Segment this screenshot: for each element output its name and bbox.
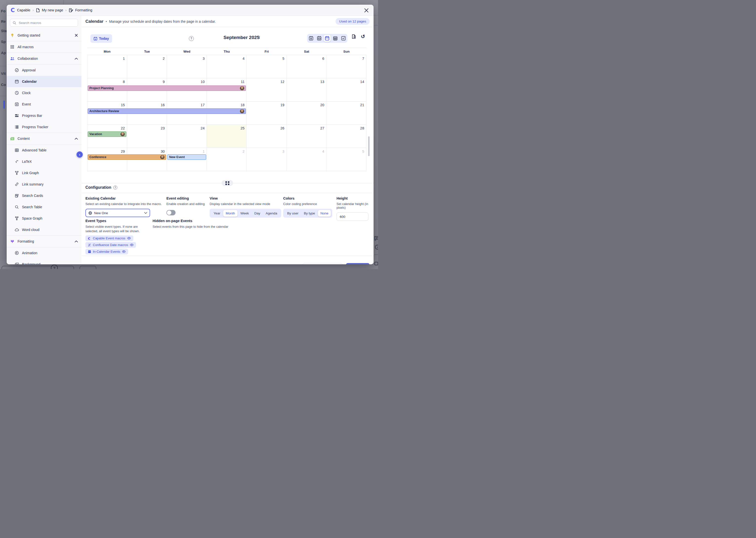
day-cell[interactable]: 7: [327, 55, 366, 78]
segment-option-by-user[interactable]: By user: [285, 210, 301, 217]
capable-logo-icon: C: [11, 7, 15, 13]
sidebar-item-advanced-table[interactable]: Advanced Table: [7, 144, 81, 156]
height-input[interactable]: [336, 212, 368, 221]
segment-option-month[interactable]: Month: [223, 210, 237, 217]
day-cell[interactable]: 20: [287, 101, 327, 125]
view-grid-icon[interactable]: [332, 35, 339, 42]
sidebar-item-label: Progress Tracker: [22, 125, 78, 129]
sidebar-item-link-summary[interactable]: Link summary: [7, 179, 81, 190]
day-cell[interactable]: 3: [167, 55, 207, 78]
event-editing-toggle[interactable]: [167, 210, 176, 215]
sidebar-item-label: Space Graph: [22, 216, 78, 220]
segment-option-day[interactable]: Day: [252, 210, 263, 217]
date-number: 12: [280, 80, 284, 84]
breadcrumb-section[interactable]: Formatting: [75, 8, 92, 12]
day-cell[interactable]: 24: [167, 125, 207, 148]
sidebar-item-all-macros[interactable]: All macros: [7, 41, 81, 53]
sidebar-item-getting-started[interactable]: Getting started: [7, 29, 81, 41]
segment-option-none[interactable]: None: [318, 210, 331, 217]
configuration-help-icon[interactable]: ?: [113, 186, 117, 189]
sidebar-collapse-button[interactable]: ‹: [76, 151, 83, 158]
day-cell[interactable]: 2: [127, 55, 167, 78]
chevron-right-icon: ›: [66, 8, 67, 12]
sidebar-item-calendar[interactable]: Calendar: [7, 76, 81, 87]
day-cell[interactable]: 4: [207, 55, 247, 78]
event-type-pill-mini-calendar[interactable]: In-Calendar Events: [85, 249, 128, 254]
view-month-icon[interactable]: [324, 35, 330, 42]
day-cell[interactable]: 26: [247, 125, 287, 148]
view-multi-icon[interactable]: [316, 35, 323, 42]
chevron-up-icon[interactable]: [75, 137, 78, 140]
calendar-scrollbar[interactable]: [368, 136, 370, 156]
day-cell[interactable]: 6: [287, 55, 327, 78]
existing-calendar-select[interactable]: New One: [85, 209, 150, 217]
day-cell-today[interactable]: 25: [207, 125, 247, 148]
close-icon[interactable]: [75, 33, 78, 37]
sidebar-item-event[interactable]: Event: [7, 99, 81, 110]
event-type-pill-confluence[interactable]: Confluence Date macros: [85, 242, 136, 248]
date-number: 5: [362, 149, 364, 153]
calendar-event[interactable]: Architecture Review: [88, 108, 246, 114]
eye-icon[interactable]: [130, 243, 133, 246]
sidebar-item-content[interactable]: Content: [7, 133, 81, 144]
macro-search[interactable]: [10, 19, 78, 27]
sidebar-item-latex[interactable]: √LaTeX: [7, 156, 81, 167]
sidebar-item-approval[interactable]: Approval: [7, 65, 81, 76]
segment-option-year[interactable]: Year: [211, 210, 223, 217]
sidebar-item-search-cards[interactable]: Search Cards: [7, 190, 81, 201]
sidebar-item-space-graph[interactable]: Space Graph: [7, 213, 81, 224]
day-cell[interactable]: 14: [327, 78, 366, 101]
calendar-event[interactable]: Conference: [88, 154, 166, 160]
day-cell[interactable]: 2: [207, 148, 247, 171]
breadcrumb-page[interactable]: My new page: [42, 8, 63, 12]
calendar-toolbar: Today ? ‹ September 2025 › ↺: [81, 27, 374, 42]
sidebar-item-search-table[interactable]: Search Table: [7, 201, 81, 213]
sidebar-item-word-cloud[interactable]: Word cloud: [7, 224, 81, 236]
insert-button[interactable]: Insert →: [346, 263, 370, 264]
day-cell[interactable]: 3: [247, 148, 287, 171]
day-cell[interactable]: 12: [247, 78, 287, 101]
sidebar-item-formatting[interactable]: Formatting: [7, 236, 81, 247]
sidebar-item-animation[interactable]: Animation: [7, 247, 81, 259]
calendar-event[interactable]: Project Planning: [88, 85, 246, 91]
sidebar-item-link-graph[interactable]: Link Graph: [7, 167, 81, 179]
sidebar-item-collaboration[interactable]: Collaboration: [7, 53, 81, 64]
placement-select[interactable]: Bottom of the page ⇕: [302, 263, 343, 264]
today-button[interactable]: Today: [90, 34, 112, 43]
day-cell[interactable]: 21: [327, 101, 366, 125]
search-input[interactable]: [18, 21, 75, 25]
day-cell[interactable]: 28: [327, 125, 366, 148]
day-cell[interactable]: 13: [287, 78, 327, 101]
day-cell[interactable]: 1: [87, 55, 127, 78]
reset-icon[interactable]: ↺: [360, 33, 366, 39]
chevron-up-icon[interactable]: [75, 58, 78, 60]
sidebar-item-label: LaTeX: [22, 160, 78, 164]
resize-handle-icon[interactable]: [222, 180, 233, 186]
day-cell[interactable]: 5: [327, 148, 366, 171]
day-cell[interactable]: 23: [127, 125, 167, 148]
segment-option-week[interactable]: Week: [238, 210, 251, 217]
export-icon[interactable]: [351, 33, 357, 39]
calendar-event[interactable]: New Event: [168, 154, 206, 160]
day-cell[interactable]: 5: [247, 55, 287, 78]
day-cell[interactable]: 4: [287, 148, 327, 171]
calendar-event[interactable]: Vacation: [88, 132, 126, 137]
day-cell[interactable]: 27: [287, 125, 327, 148]
chevron-up-icon[interactable]: [75, 241, 78, 242]
sidebar-item-clock[interactable]: Clock: [7, 87, 81, 99]
view-day-icon[interactable]: [308, 35, 315, 42]
field-hidden-events: Hidden on-page Events Select events from…: [153, 219, 228, 229]
breadcrumb-app[interactable]: Capable: [17, 8, 30, 12]
segment-option-by-type[interactable]: By type: [301, 210, 318, 217]
sidebar-item-progress-bar[interactable]: Progress Bar: [7, 110, 81, 121]
sidebar-item-background[interactable]: Background: [7, 259, 81, 264]
close-icon[interactable]: [364, 8, 369, 13]
segment-option-agenda[interactable]: Agenda: [263, 210, 280, 217]
eye-icon[interactable]: [127, 237, 131, 240]
sidebar-item-progress-tracker[interactable]: Progress Tracker: [7, 121, 81, 133]
eye-icon[interactable]: [122, 250, 126, 253]
event-type-pill-capable[interactable]: CCapable Event macros: [85, 236, 133, 241]
view-tasks-icon[interactable]: [340, 35, 347, 42]
field-description: Select visible event types. If none are: [85, 225, 140, 229]
day-cell[interactable]: 19: [247, 101, 287, 125]
